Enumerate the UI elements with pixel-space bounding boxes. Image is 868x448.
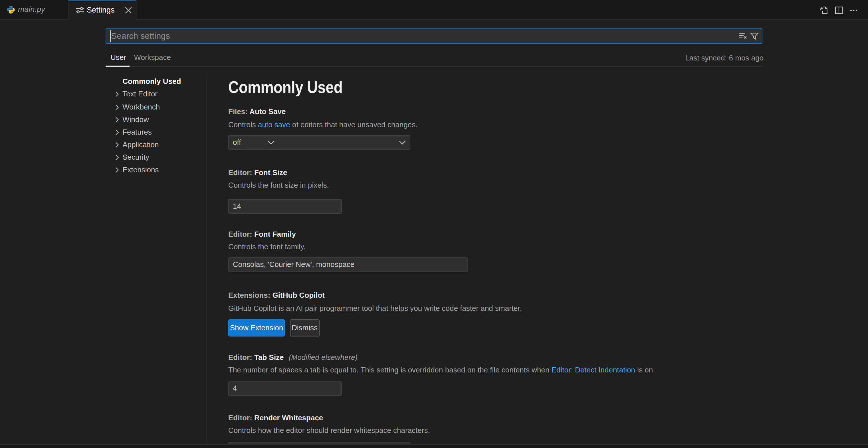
setting-title: Files: Auto Save [228, 106, 286, 117]
toc-item-label: Features [122, 126, 152, 138]
toc-item-text-editor[interactable]: Text Editor [105, 88, 206, 101]
toc-item-label: Window [122, 113, 149, 126]
page-title: Commonly Used [228, 77, 343, 98]
auto-save-select[interactable]: off [228, 135, 410, 150]
toc-item-window[interactable]: Window [105, 113, 206, 126]
tab-size-input[interactable]: 4 [228, 381, 342, 396]
setting-category: Editor: [228, 230, 252, 238]
chevron-right-icon [112, 90, 121, 99]
settings-body: Commonly Used Files: Auto Save Controls … [228, 0, 776, 448]
setting-label: GitHub Copilot [273, 291, 325, 299]
setting-category: Editor: [228, 353, 252, 361]
toc-item-label: Security [122, 151, 149, 164]
toc-item-commonly-used[interactable]: Commonly Used [105, 75, 206, 88]
toc-item-label: Workbench [122, 101, 160, 113]
setting-title: Editor: Font Family [228, 229, 296, 239]
setting-title: Editor: Font Size [228, 167, 287, 178]
setting-description: Controls how the editor should render wh… [228, 425, 430, 436]
chevron-right-icon [112, 115, 121, 124]
toc-item-security[interactable]: Security [105, 151, 206, 164]
description-link[interactable]: Editor: Detect Indentation [552, 365, 635, 374]
setting-category: Files: [228, 107, 248, 116]
tab-user[interactable]: User [111, 52, 126, 62]
open-settings-json-icon[interactable] [819, 5, 829, 14]
setting-modifier: (Modified elsewhere) [289, 353, 358, 361]
setting-label: Tab Size [254, 353, 284, 361]
chevron-right-icon [112, 140, 121, 149]
setting-description: GitHub Copilot is an AI pair programmer … [228, 304, 522, 314]
active-scope-underline [105, 66, 129, 67]
tab-label: Settings [87, 1, 115, 20]
setting-label: Render Whitespace [254, 414, 323, 422]
more-actions-icon[interactable] [849, 5, 858, 14]
chevron-down-icon [267, 138, 276, 147]
font-size-input[interactable]: 14 [228, 199, 342, 214]
setting-description: The number of spaces a tab is equal to. … [228, 365, 655, 375]
toc-item-extensions[interactable]: Extensions [105, 164, 206, 176]
description-text: Controls [228, 121, 258, 129]
description-text: Controls the font size in pixels. [228, 181, 329, 189]
settings-sliders-icon [75, 5, 85, 14]
description-text: of editors that have unsaved changes. [290, 121, 418, 129]
setting-category: Extensions: [228, 291, 270, 299]
toc-item-workbench[interactable]: Workbench [105, 101, 206, 113]
setting-category: Editor: [228, 168, 252, 177]
description-text: Controls how the editor should render wh… [228, 426, 430, 435]
split-editor-icon[interactable] [834, 5, 843, 14]
toc-item-application[interactable]: Application [105, 138, 206, 151]
chevron-right-icon [112, 165, 121, 174]
toc-sash[interactable] [206, 75, 206, 444]
description-text: is on. [635, 365, 655, 374]
description-text: GitHub Copilot is an AI pair programmer … [228, 304, 522, 313]
editor-actions [819, 0, 858, 20]
setting-category: Editor: [228, 414, 252, 422]
setting-title: Editor: Render Whitespace [228, 413, 323, 423]
setting-label: Auto Save [249, 107, 286, 116]
setting-label: Font Family [254, 230, 296, 238]
vscode-settings-editor: main.py Settings [0, 0, 868, 448]
setting-title: Editor: Tab Size (Modified elsewhere) [228, 352, 358, 362]
setting-label: Font Size [254, 168, 287, 177]
font-family-input[interactable]: Consolas, 'Courier New', monospace [228, 257, 468, 272]
tab-settings[interactable]: Settings [68, 0, 136, 20]
close-icon[interactable] [124, 6, 133, 15]
python-icon [6, 5, 16, 14]
tab-main-py[interactable]: main.py [0, 0, 68, 20]
editor-bottom-strip [0, 444, 868, 448]
chevron-right-icon [112, 127, 121, 137]
select-value: off [233, 135, 241, 149]
tab-label: main.py [18, 0, 45, 19]
setting-title: Extensions: GitHub Copilot [228, 290, 325, 300]
description-text: Controls the font family. [228, 243, 306, 251]
chevron-right-icon [112, 102, 121, 111]
dismiss-button[interactable]: Dismiss [290, 319, 319, 336]
toc-item-label: Text Editor [122, 88, 157, 101]
text-cursor [110, 31, 111, 42]
chevron-right-icon [112, 153, 121, 162]
toc-item-features[interactable]: Features [105, 126, 206, 138]
tab-workspace[interactable]: Workspace [134, 52, 171, 62]
search-placeholder: Search settings [111, 29, 170, 44]
description-link[interactable]: auto save [258, 121, 290, 129]
toc-item-label: Commonly Used [122, 75, 181, 88]
show-extension-button[interactable]: Show Extension [228, 319, 285, 336]
setting-description: Controls the font size in pixels. [228, 180, 329, 191]
description-text: The number of spaces a tab is equal to. … [228, 365, 552, 374]
input-value: 14 [233, 200, 241, 213]
chevron-down-icon [398, 138, 407, 147]
setting-description: Controls the font family. [228, 242, 306, 252]
toc-item-label: Extensions [122, 164, 159, 176]
toc-item-label: Application [122, 138, 159, 151]
setting-description: Controls auto save of editors that have … [228, 120, 417, 130]
input-value: Consolas, 'Courier New', monospace [233, 257, 354, 271]
input-value: 4 [233, 382, 237, 395]
scale-wrapper: main.py Settings [0, 0, 868, 448]
